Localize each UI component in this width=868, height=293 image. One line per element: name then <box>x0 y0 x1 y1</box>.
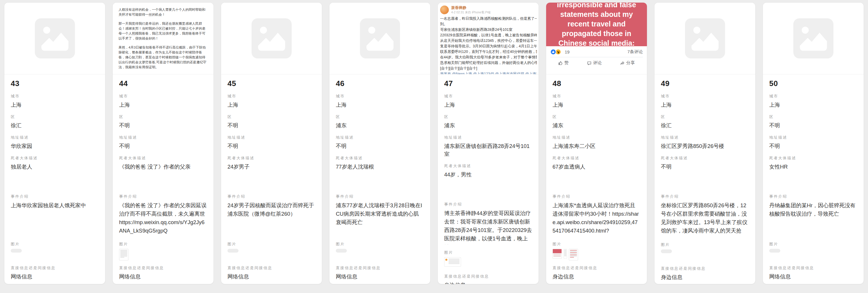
field-value: 浦东 <box>444 121 532 129</box>
field-address: 地址描述 不明 <box>119 135 207 150</box>
weibo-body-line: 恳求相关部门能帮忙处理好后续问题，并做好两位老人的心理疏导，给予 <box>440 60 537 66</box>
weibo-username: 茶香禅静 <box>451 5 490 10</box>
article-paragraph: 我妈妈四处求助，在我的物业及居委的帮助下得到一张非常宝贵的通行证，整个物区就只有… <box>119 74 208 75</box>
photo-placeholder-wrap <box>221 3 322 74</box>
field-label: 图片 <box>119 242 207 246</box>
field-value: 不明 <box>769 142 857 150</box>
field-image: 图片 <box>227 242 315 260</box>
record-card-gallery: 43 城市 上海 区 徐汇 地址描述 华欣家园 死者大体描述 独居老人 事件介绍… <box>0 0 868 287</box>
article-paragraph: 人都没有这样的机会，一个病人需要几十个人的同时帮助和关怀才有可能获得一丝的机会！ <box>119 7 208 17</box>
field-label: 死者大体描述 <box>444 164 532 168</box>
record-card[interactable]: 49 城市 上海 区 徐汇 地址描述 徐汇区罗秀路850弄26号楼 死者大体描述… <box>654 2 755 284</box>
field-address: 地址描述 不明 <box>227 135 315 150</box>
field-direct: 直接信息还是间接信息 网络信息 <box>227 266 315 281</box>
field-value: 身边信息 <box>661 273 749 281</box>
field-label: 地址描述 <box>553 135 641 140</box>
avatar-dot <box>445 259 447 261</box>
article-preview: 人都没有这样的机会，一个病人需要几十个人的同时帮助和关怀才有可能获得一丝的机会！… <box>113 3 214 75</box>
field-label: 地址描述 <box>227 135 315 140</box>
image-thumbnail-row <box>553 249 641 260</box>
card-body: 43 城市 上海 区 徐汇 地址描述 华欣家园 死者大体描述 独居老人 事件介绍… <box>4 75 105 284</box>
field-event: 事件介绍 浦东77岁老人沈瑞根于3月28日晚在ICU病房因长期末肾透析造成的心肌… <box>336 194 424 236</box>
field-value: 徐汇区罗秀路850弄26号楼 <box>661 142 749 150</box>
record-card[interactable]: 45 城市 上海 区 不明 地址描述 不明 死者大体描述 24岁男子 事件介绍 … <box>221 2 322 284</box>
field-value: 浦东 <box>336 121 424 129</box>
field-label: 事件介绍 <box>553 194 641 199</box>
record-number: 44 <box>119 79 207 88</box>
article-paragraph: 那一天我觉得我们是幸运的，我还在朋友圈里感谢人民群众！感谢友邦！当时我的小区已被… <box>119 21 208 41</box>
field-value: 24岁男子因核酸而延误治疗而猝死于浦东医院（微博@红茶260） <box>227 201 315 236</box>
record-number: 49 <box>661 79 749 88</box>
field-value: 网络信息 <box>769 273 857 281</box>
photo-placeholder-wrap <box>330 3 430 74</box>
field-label: 城市 <box>227 94 315 98</box>
card-body: 49 城市 上海 区 徐汇 地址描述 徐汇区罗秀路850弄26号楼 死者大体描述… <box>654 75 755 284</box>
field-label: 直接信息还是间接信息 <box>11 266 99 270</box>
card-cover: 人都没有这样的机会，一个病人需要几十个人的同时帮助和关怀才有可能获得一丝的机会！… <box>113 3 214 75</box>
field-direct: 直接信息还是间接信息 身边信息 <box>553 266 641 281</box>
weibo-post-header: 茶香禅静4-2 02:31 来自 iPhone客户端 <box>440 5 537 14</box>
fb-comment-count: 7条评论 <box>627 49 643 55</box>
fb-reaction-count: 19 <box>565 50 570 54</box>
field-address: 地址描述 徐汇区罗秀路850弄26号楼 <box>661 135 749 150</box>
field-label: 事件介绍 <box>444 202 532 207</box>
like-reaction-icon <box>550 49 556 55</box>
record-number: 47 <box>444 79 532 88</box>
record-card[interactable]: 43 城市 上海 区 徐汇 地址描述 华欣家园 死者大体描述 独居老人 事件介绍… <box>4 2 105 284</box>
field-label: 死者大体描述 <box>336 156 424 160</box>
document-thumbnail <box>569 249 578 260</box>
weibo-body-line: [合十][合十][合十][合十] <box>440 66 537 71</box>
field-value: 上海 <box>11 101 99 109</box>
photo-placeholder-wrap <box>763 3 864 74</box>
field-value: 网络信息 <box>227 273 315 281</box>
card-cover <box>221 3 322 75</box>
field-label: 城市 <box>661 94 749 98</box>
field-value: 不明 <box>769 121 857 129</box>
empty-image-placeholder <box>661 250 672 253</box>
field-deceased: 死者大体描述 44岁，男性 <box>444 164 532 196</box>
record-card[interactable]: 46 城市 上海 区 浦东 地址描述 不明 死者大体描述 77岁老人沈瑞根 事件… <box>329 2 431 284</box>
card-body: 50 城市 上海 区 不明 地址描述 不明 死者大体描述 女性HR 事件介绍 丹… <box>763 75 864 284</box>
field-value: 徐汇 <box>661 121 749 129</box>
field-city: 城市 上海 <box>11 94 99 109</box>
field-label: 直接信息还是间接信息 <box>661 266 749 271</box>
record-card[interactable]: 50 城市 上海 区 不明 地址描述 不明 死者大体描述 女性HR 事件介绍 丹… <box>763 2 864 284</box>
field-district: 区 不明 <box>119 115 207 129</box>
card-body: 46 城市 上海 区 浦东 地址描述 不明 死者大体描述 77岁老人沈瑞根 事件… <box>330 75 430 284</box>
field-label: 区 <box>553 115 641 119</box>
card-body: 44 城市 上海 区 不明 地址描述 不明 死者大体描述 《我的爸爸 没了》作者… <box>113 75 214 284</box>
field-label: 死者大体描述 <box>553 156 641 160</box>
field-direct: 直接信息还是间接信息 网络信息 <box>336 266 424 281</box>
field-address: 地址描述 华欣家园 <box>11 135 99 150</box>
fb-share-icon <box>620 60 625 66</box>
record-card[interactable]: irresponsible and false statements about… <box>546 2 647 284</box>
field-value: 上海 <box>227 101 315 109</box>
field-value: 浦东77岁老人沈瑞根于3月28日晚在ICU病房因长期末肾透析造成的心肌衰竭而死亡 <box>336 201 424 236</box>
field-value: 身边信息 <box>444 281 532 284</box>
weibo-post: 茶香禅静4-2 02:31 来自 iPhone客户端一名志愿者，昨日我投入路浦西… <box>438 3 538 75</box>
record-card[interactable]: 人都没有这样的机会，一个病人需要几十个人的同时帮助和关怀才有可能获得一丝的机会！… <box>113 2 214 284</box>
field-direct: 直接信息还是间接信息 网络信息 <box>11 266 99 281</box>
field-direct: 直接信息还是间接信息 网络信息 <box>769 266 857 281</box>
record-card[interactable]: 茶香禅静4-2 02:31 来自 iPhone客户端一名志愿者，昨日我投入路浦西… <box>437 2 539 284</box>
fb-action-like: 赞 <box>558 60 569 66</box>
weibo-body-line: 在44岁。我大伯和我大伯母70多岁老来丧子，对于整个事情我不做评价， <box>440 55 537 60</box>
fb-action-label: 赞 <box>564 60 569 66</box>
field-label: 死者大体描述 <box>769 156 857 160</box>
facebook-red-banner: irresponsible and false statements about… <box>546 3 647 46</box>
weibo-mention-links[interactable]: 海发布 @News上海 @上海12345 @上海市市民信箱 @上海市志愿者协会 <box>440 71 537 75</box>
weibo-avatar <box>440 5 449 14</box>
field-label: 城市 <box>769 94 857 98</box>
record-number: 45 <box>227 79 315 88</box>
field-image: 图片 <box>336 242 424 260</box>
photo-placeholder-icon <box>252 18 292 58</box>
photo-placeholder-icon <box>685 18 725 58</box>
field-value: 上海浦东*血透病人延误治疗致死且遗体滞留家中约30小时！https://shar… <box>553 201 641 236</box>
field-image: 图片 <box>553 242 641 260</box>
field-label: 区 <box>336 115 424 119</box>
field-label: 事件介绍 <box>336 194 424 199</box>
photo-placeholder-icon <box>35 18 75 58</box>
image-thumbnail-row <box>444 257 532 268</box>
field-value: 上海 <box>661 101 749 109</box>
weibo-body-line: 哥家住浦东新区唐镇创新西路28弄24号101室 <box>440 27 537 33</box>
